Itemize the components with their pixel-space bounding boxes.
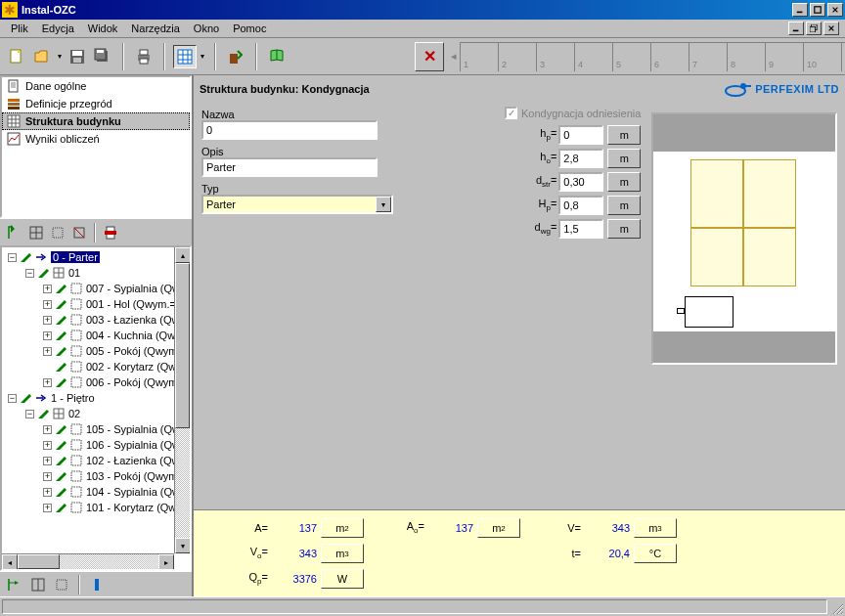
doc-tab-6[interactable]: 6 bbox=[650, 42, 689, 71]
tree-expander[interactable]: − bbox=[8, 394, 17, 403]
tree-row[interactable]: +004 - Kuchnia (Qw bbox=[2, 328, 190, 343]
typ-combo[interactable]: Parter ▾ bbox=[201, 195, 393, 214]
menu-edycja[interactable]: Edycja bbox=[35, 21, 81, 36]
mdi-minimize-button[interactable] bbox=[788, 22, 804, 35]
param-input-2[interactable] bbox=[558, 172, 603, 192]
lb-btn-4[interactable] bbox=[86, 574, 108, 595]
mdi-restore-button[interactable] bbox=[806, 22, 822, 35]
tree-row[interactable]: +006 - Pokój (Qwym bbox=[2, 374, 190, 390]
tree-row[interactable]: +102 - Łazienka (Qw bbox=[2, 453, 190, 468]
tree-expander[interactable]: + bbox=[43, 300, 52, 309]
scroll-down-button[interactable]: ▾ bbox=[175, 538, 191, 553]
ref-floor-checkbox-row[interactable]: ✓ Kondygnacja odniesienia bbox=[505, 107, 641, 119]
doc-tab-1[interactable]: 1 bbox=[460, 42, 499, 71]
doc-tab-11[interactable]: 11 bbox=[841, 42, 845, 71]
scroll-right-button[interactable]: ▸ bbox=[158, 554, 174, 570]
tree-expander[interactable]: − bbox=[8, 253, 17, 262]
lb-btn-3[interactable] bbox=[51, 574, 72, 595]
tree-row[interactable]: −1 - Piętro bbox=[2, 390, 190, 406]
tab-close-button[interactable]: ✕ bbox=[415, 42, 444, 71]
param-input-3[interactable] bbox=[558, 196, 603, 215]
nazwa-input[interactable] bbox=[201, 120, 378, 140]
export-button[interactable] bbox=[224, 45, 247, 68]
lb-btn-1[interactable] bbox=[4, 574, 25, 595]
opis-input[interactable] bbox=[201, 157, 378, 177]
open-button[interactable] bbox=[30, 45, 54, 68]
v-scrollbar[interactable]: ▴ ▾ bbox=[174, 247, 190, 553]
tree-row[interactable]: −01 bbox=[2, 265, 190, 281]
tree-expander[interactable]: + bbox=[43, 441, 52, 450]
tree-expander[interactable]: + bbox=[43, 378, 52, 387]
tree-btn-4[interactable] bbox=[68, 222, 90, 243]
tree-row[interactable]: +103 - Pokój (Qwym bbox=[2, 468, 190, 484]
doc-tab-4[interactable]: 4 bbox=[574, 42, 613, 71]
param-unit-button[interactable]: m bbox=[607, 219, 641, 239]
open-dropdown[interactable]: ▾ bbox=[55, 52, 65, 61]
tree-row[interactable]: +101 - Korytarz (Qw bbox=[2, 500, 190, 515]
close-button[interactable] bbox=[827, 3, 843, 17]
tree-expander[interactable]: + bbox=[43, 285, 52, 293]
view-dropdown[interactable]: ▾ bbox=[198, 52, 207, 61]
tree-row[interactable]: +106 - Sypialnia (Qw bbox=[2, 437, 190, 453]
scroll-up-button[interactable]: ▴ bbox=[175, 247, 191, 263]
summary-Qp-unit[interactable]: W bbox=[321, 569, 364, 589]
summary-Ao-unit[interactable]: m2 bbox=[477, 518, 520, 538]
doc-tab-3[interactable]: 3 bbox=[536, 42, 575, 71]
tree-btn-2[interactable] bbox=[25, 222, 47, 243]
tree-row[interactable]: +104 - Sypialnia (Qw bbox=[2, 484, 190, 500]
checkbox-icon[interactable]: ✓ bbox=[505, 107, 517, 119]
nav-dane-ogolne[interactable]: Dane ogólne bbox=[2, 77, 190, 95]
tree-row[interactable]: −0 - Parter bbox=[2, 249, 190, 265]
summary-V-unit[interactable]: m3 bbox=[634, 518, 677, 538]
param-input-0[interactable] bbox=[558, 125, 603, 145]
tree-row[interactable]: +105 - Sypialnia (Qw bbox=[2, 421, 190, 437]
summary-Vo-unit[interactable]: m3 bbox=[321, 544, 364, 563]
summary-A-unit[interactable]: m2 bbox=[321, 518, 364, 538]
resize-grip[interactable] bbox=[829, 597, 845, 616]
h-scrollbar[interactable]: ◂ ▸ bbox=[2, 553, 174, 569]
param-input-4[interactable] bbox=[558, 219, 603, 239]
grid-view-button[interactable] bbox=[173, 45, 197, 68]
minimize-button[interactable] bbox=[792, 3, 808, 17]
tree-row[interactable]: +003 - Łazienka (Qw bbox=[2, 312, 190, 328]
menu-plik[interactable]: Plik bbox=[4, 21, 35, 36]
maximize-button[interactable] bbox=[810, 3, 825, 17]
doc-tab-7[interactable]: 7 bbox=[689, 42, 728, 71]
tree-row[interactable]: 002 - Korytarz (Qw bbox=[2, 359, 190, 374]
tree-row[interactable]: +001 - Hol (Qwym.= bbox=[2, 296, 190, 312]
tree-btn-1[interactable] bbox=[4, 222, 25, 243]
nav-struktura[interactable]: Struktura budynku bbox=[2, 112, 190, 130]
tree-row[interactable]: +007 - Sypialnia (Qw bbox=[2, 281, 190, 296]
tree-row[interactable]: +005 - Pokój (Qwym bbox=[2, 343, 190, 359]
doc-tab-10[interactable]: 10 bbox=[803, 42, 842, 71]
tree-btn-3[interactable] bbox=[47, 222, 68, 243]
tree-expander[interactable]: − bbox=[25, 410, 34, 418]
menu-pomoc[interactable]: Pomoc bbox=[226, 21, 273, 36]
nav-definicje[interactable]: Definicje przegród bbox=[2, 95, 190, 112]
tree-expander[interactable]: − bbox=[25, 269, 34, 278]
tree-expander[interactable]: + bbox=[43, 331, 52, 340]
doc-tab-2[interactable]: 2 bbox=[498, 42, 537, 71]
param-unit-button[interactable]: m bbox=[607, 196, 641, 215]
lb-btn-2[interactable] bbox=[27, 574, 49, 595]
doc-tab-9[interactable]: 9 bbox=[765, 42, 804, 71]
tree-panel[interactable]: −0 - Parter−01+007 - Sypialnia (Qw+001 -… bbox=[0, 245, 192, 571]
menu-widok[interactable]: Widok bbox=[81, 21, 125, 36]
param-unit-button[interactable]: m bbox=[607, 172, 641, 192]
summary-t-unit[interactable]: °C bbox=[634, 544, 677, 563]
menu-narzedzia[interactable]: Narzędzia bbox=[124, 21, 187, 36]
tree-expander[interactable]: + bbox=[43, 425, 52, 434]
tree-expander[interactable]: + bbox=[43, 316, 52, 325]
doc-tab-5[interactable]: 5 bbox=[612, 42, 651, 71]
save-button[interactable] bbox=[66, 45, 89, 68]
nav-wyniki[interactable]: Wyniki obliczeń bbox=[2, 130, 190, 148]
tree-expander[interactable]: + bbox=[43, 472, 52, 481]
save-all-button[interactable] bbox=[91, 45, 114, 68]
doc-tab-8[interactable]: 8 bbox=[727, 42, 766, 71]
mdi-close-button[interactable] bbox=[823, 22, 839, 35]
tree-expander[interactable]: + bbox=[43, 347, 52, 356]
tree-row[interactable]: −02 bbox=[2, 406, 190, 421]
menu-okno[interactable]: Okno bbox=[187, 21, 226, 36]
tree-btn-5[interactable] bbox=[100, 222, 121, 243]
tree-expander[interactable]: + bbox=[43, 488, 52, 497]
